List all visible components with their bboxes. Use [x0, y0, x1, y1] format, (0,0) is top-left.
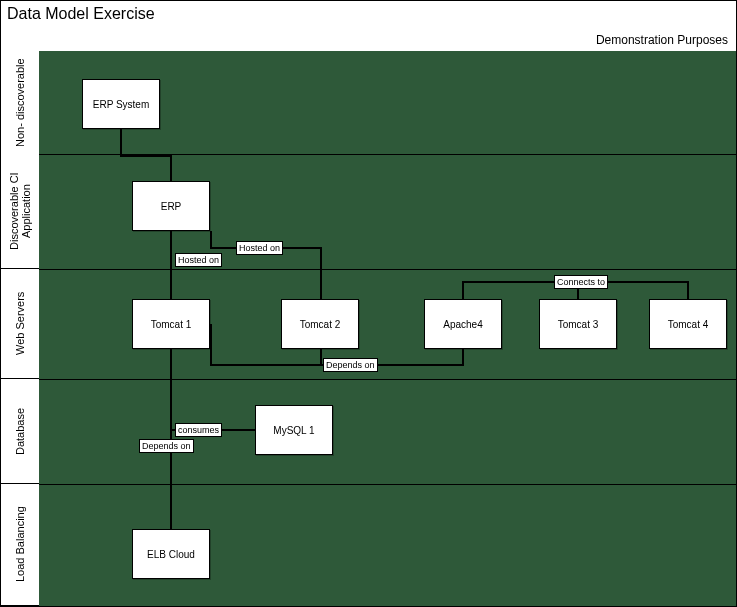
edge-erp-to-tomcat2 [210, 231, 212, 241]
node-tomcat1[interactable]: Tomcat 1 [132, 299, 210, 349]
edge-erp-system-to-erp [120, 155, 172, 157]
edge-apache4-up [462, 281, 464, 299]
diagram-subtitle: Demonstration Purposes [596, 33, 728, 47]
node-tomcat2[interactable]: Tomcat 2 [281, 299, 359, 349]
edge-label-connects-to: Connects to [554, 275, 608, 289]
node-apache4[interactable]: Apache4 [424, 299, 502, 349]
edge-tomcat1-to-apache4 [210, 324, 212, 366]
diagram-title: Data Model Exercise [7, 5, 155, 23]
node-erp-system[interactable]: ERP System [82, 79, 160, 129]
diagram-canvas: Hosted on Hosted on consumes Depends on … [39, 51, 736, 606]
edge-to-tomcat4 [687, 281, 689, 299]
edge-apache4-join [462, 349, 464, 366]
diagram-root: Data Model Exercise Demonstration Purpos… [0, 0, 737, 607]
node-erp[interactable]: ERP [132, 181, 210, 231]
lane-label-non-discoverable: Non- discoverable [1, 51, 39, 154]
edge-label-depends-on: Depends on [139, 439, 194, 453]
edge-label-consumes: consumes [175, 423, 222, 437]
lane-separator [39, 379, 736, 380]
lane-label-database: Database [1, 379, 39, 484]
edge-label-hosted-on: Hosted on [175, 253, 222, 267]
edge-erp-to-tomcat2 [320, 247, 322, 299]
edge-erp-to-tomcat1 [170, 231, 172, 299]
edge-erp-system-to-erp [170, 155, 172, 181]
node-tomcat4[interactable]: Tomcat 4 [649, 299, 727, 349]
subtitle-bar: Demonstration Purposes [1, 31, 736, 52]
edge-label-hosted-on: Hosted on [236, 241, 283, 255]
edge-erp-system-to-erp [120, 129, 122, 155]
title-bar: Data Model Exercise [1, 1, 736, 32]
lane-label-discoverable-ci: Discoverable CI Application [1, 154, 39, 269]
lane-label-web-servers: Web Servers [1, 269, 39, 379]
node-mysql1[interactable]: MySQL 1 [255, 405, 333, 455]
lane-separator [39, 484, 736, 485]
lane-label-column: Non- discoverable Discoverable CI Applic… [1, 51, 40, 606]
node-tomcat3[interactable]: Tomcat 3 [539, 299, 617, 349]
lane-label-load-balancing: Load Balancing [1, 484, 39, 606]
lane-separator [39, 269, 736, 270]
edge-label-depends-on: Depends on [323, 358, 378, 372]
edge-tomcat1-to-mysql1 [170, 349, 172, 431]
node-elb-cloud[interactable]: ELB Cloud [132, 529, 210, 579]
